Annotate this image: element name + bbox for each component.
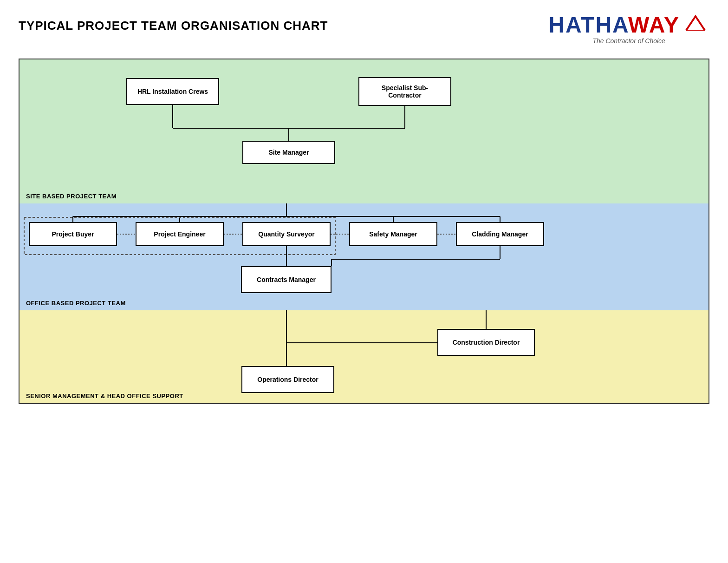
logo-icon — [682, 12, 709, 35]
section-site-based: SITE BASED PROJECT TEAM HRL Installation… — [20, 59, 708, 203]
box-quantity-surveyor: Quantity Surveyor — [242, 222, 331, 246]
logo-text: HATHAWAY — [548, 14, 680, 36]
section-yellow-label: SENIOR MANAGEMENT & HEAD OFFICE SUPPORT — [26, 393, 183, 399]
logo-part1: HATHA — [548, 13, 628, 37]
section-office-based: OFFICE BASED PROJECT TEAM — [20, 203, 708, 310]
box-site-manager: Site Manager — [242, 141, 335, 164]
box-project-buyer: Project Buyer — [29, 222, 117, 246]
section-blue-label: OFFICE BASED PROJECT TEAM — [26, 300, 126, 307]
org-chart: SITE BASED PROJECT TEAM HRL Installation… — [19, 59, 709, 404]
logo-area: HATHAWAY The Contractor of Choice — [548, 14, 709, 45]
box-specialist: Specialist Sub-Contractor — [358, 77, 451, 106]
box-contracts-manager: Contracts Manager — [241, 266, 332, 293]
box-operations-director: Operations Director — [241, 366, 334, 393]
section-green-label: SITE BASED PROJECT TEAM — [26, 193, 117, 200]
box-hrl: HRL Installation Crews — [126, 78, 219, 105]
box-safety-manager: Safety Manager — [349, 222, 437, 246]
logo-tagline: The Contractor of Choice — [592, 37, 665, 45]
logo-part2: WAY — [628, 13, 680, 37]
box-cladding-manager: Cladding Manager — [456, 222, 544, 246]
section-senior-management: SENIOR MANAGEMENT & HEAD OFFICE SUPPORT … — [20, 310, 708, 403]
page-header: TYPICAL PROJECT TEAM ORGANISATION CHART … — [19, 14, 709, 45]
box-project-engineer: Project Engineer — [136, 222, 224, 246]
page-title: TYPICAL PROJECT TEAM ORGANISATION CHART — [19, 19, 328, 33]
box-construction-director: Construction Director — [437, 329, 535, 356]
